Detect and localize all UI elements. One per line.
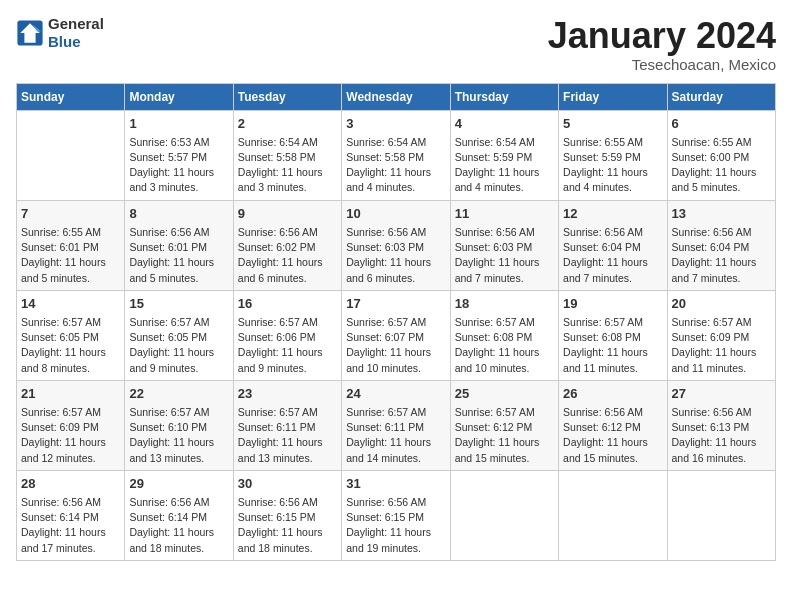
day-number: 6 [672, 115, 771, 133]
day-number: 30 [238, 475, 337, 493]
cell-info: Sunrise: 6:55 AMSunset: 5:59 PMDaylight:… [563, 135, 662, 196]
calendar-cell: 26Sunrise: 6:56 AMSunset: 6:12 PMDayligh… [559, 380, 667, 470]
day-number: 31 [346, 475, 445, 493]
cell-info: Sunrise: 6:56 AMSunset: 6:01 PMDaylight:… [129, 225, 228, 286]
page-header: General Blue January 2024 Tesechoacan, M… [16, 16, 776, 73]
weekday-header-monday: Monday [125, 83, 233, 110]
calendar-cell: 23Sunrise: 6:57 AMSunset: 6:11 PMDayligh… [233, 380, 341, 470]
cell-info: Sunrise: 6:57 AMSunset: 6:07 PMDaylight:… [346, 315, 445, 376]
calendar-header-row: SundayMondayTuesdayWednesdayThursdayFrid… [17, 83, 776, 110]
calendar-cell: 7Sunrise: 6:55 AMSunset: 6:01 PMDaylight… [17, 200, 125, 290]
day-number: 15 [129, 295, 228, 313]
day-number: 18 [455, 295, 554, 313]
logo-icon [16, 19, 44, 47]
cell-info: Sunrise: 6:57 AMSunset: 6:09 PMDaylight:… [21, 405, 120, 466]
calendar-cell: 1Sunrise: 6:53 AMSunset: 5:57 PMDaylight… [125, 110, 233, 200]
cell-info: Sunrise: 6:55 AMSunset: 6:01 PMDaylight:… [21, 225, 120, 286]
weekday-header-thursday: Thursday [450, 83, 558, 110]
calendar-cell: 12Sunrise: 6:56 AMSunset: 6:04 PMDayligh… [559, 200, 667, 290]
day-number: 29 [129, 475, 228, 493]
logo-line2: Blue [48, 33, 104, 50]
calendar-cell: 16Sunrise: 6:57 AMSunset: 6:06 PMDayligh… [233, 290, 341, 380]
cell-info: Sunrise: 6:56 AMSunset: 6:04 PMDaylight:… [563, 225, 662, 286]
cell-info: Sunrise: 6:54 AMSunset: 5:58 PMDaylight:… [238, 135, 337, 196]
calendar-cell: 15Sunrise: 6:57 AMSunset: 6:05 PMDayligh… [125, 290, 233, 380]
calendar-week-row: 1Sunrise: 6:53 AMSunset: 5:57 PMDaylight… [17, 110, 776, 200]
cell-info: Sunrise: 6:57 AMSunset: 6:09 PMDaylight:… [672, 315, 771, 376]
cell-info: Sunrise: 6:54 AMSunset: 5:58 PMDaylight:… [346, 135, 445, 196]
day-number: 5 [563, 115, 662, 133]
calendar-cell: 18Sunrise: 6:57 AMSunset: 6:08 PMDayligh… [450, 290, 558, 380]
day-number: 21 [21, 385, 120, 403]
weekday-header-saturday: Saturday [667, 83, 775, 110]
day-number: 19 [563, 295, 662, 313]
day-number: 11 [455, 205, 554, 223]
calendar-cell: 21Sunrise: 6:57 AMSunset: 6:09 PMDayligh… [17, 380, 125, 470]
weekday-header-tuesday: Tuesday [233, 83, 341, 110]
calendar-cell: 20Sunrise: 6:57 AMSunset: 6:09 PMDayligh… [667, 290, 775, 380]
calendar-cell: 5Sunrise: 6:55 AMSunset: 5:59 PMDaylight… [559, 110, 667, 200]
calendar-cell: 30Sunrise: 6:56 AMSunset: 6:15 PMDayligh… [233, 470, 341, 560]
weekday-header-friday: Friday [559, 83, 667, 110]
day-number: 13 [672, 205, 771, 223]
cell-info: Sunrise: 6:56 AMSunset: 6:15 PMDaylight:… [238, 495, 337, 556]
cell-info: Sunrise: 6:56 AMSunset: 6:14 PMDaylight:… [21, 495, 120, 556]
day-number: 16 [238, 295, 337, 313]
cell-info: Sunrise: 6:56 AMSunset: 6:12 PMDaylight:… [563, 405, 662, 466]
calendar-cell: 22Sunrise: 6:57 AMSunset: 6:10 PMDayligh… [125, 380, 233, 470]
cell-info: Sunrise: 6:57 AMSunset: 6:12 PMDaylight:… [455, 405, 554, 466]
calendar-week-row: 28Sunrise: 6:56 AMSunset: 6:14 PMDayligh… [17, 470, 776, 560]
cell-info: Sunrise: 6:57 AMSunset: 6:11 PMDaylight:… [238, 405, 337, 466]
location-title: Tesechoacan, Mexico [548, 56, 776, 73]
day-number: 9 [238, 205, 337, 223]
calendar-cell: 11Sunrise: 6:56 AMSunset: 6:03 PMDayligh… [450, 200, 558, 290]
weekday-header-sunday: Sunday [17, 83, 125, 110]
calendar-cell: 17Sunrise: 6:57 AMSunset: 6:07 PMDayligh… [342, 290, 450, 380]
cell-info: Sunrise: 6:56 AMSunset: 6:14 PMDaylight:… [129, 495, 228, 556]
calendar-cell: 19Sunrise: 6:57 AMSunset: 6:08 PMDayligh… [559, 290, 667, 380]
day-number: 2 [238, 115, 337, 133]
day-number: 20 [672, 295, 771, 313]
calendar-cell: 2Sunrise: 6:54 AMSunset: 5:58 PMDaylight… [233, 110, 341, 200]
cell-info: Sunrise: 6:57 AMSunset: 6:11 PMDaylight:… [346, 405, 445, 466]
day-number: 24 [346, 385, 445, 403]
cell-info: Sunrise: 6:53 AMSunset: 5:57 PMDaylight:… [129, 135, 228, 196]
cell-info: Sunrise: 6:57 AMSunset: 6:10 PMDaylight:… [129, 405, 228, 466]
cell-info: Sunrise: 6:57 AMSunset: 6:05 PMDaylight:… [129, 315, 228, 376]
calendar-week-row: 21Sunrise: 6:57 AMSunset: 6:09 PMDayligh… [17, 380, 776, 470]
calendar-week-row: 14Sunrise: 6:57 AMSunset: 6:05 PMDayligh… [17, 290, 776, 380]
calendar-cell: 29Sunrise: 6:56 AMSunset: 6:14 PMDayligh… [125, 470, 233, 560]
calendar-cell: 8Sunrise: 6:56 AMSunset: 6:01 PMDaylight… [125, 200, 233, 290]
day-number: 26 [563, 385, 662, 403]
calendar-table: SundayMondayTuesdayWednesdayThursdayFrid… [16, 83, 776, 561]
title-block: January 2024 Tesechoacan, Mexico [548, 16, 776, 73]
day-number: 12 [563, 205, 662, 223]
cell-info: Sunrise: 6:57 AMSunset: 6:08 PMDaylight:… [563, 315, 662, 376]
calendar-cell [17, 110, 125, 200]
day-number: 25 [455, 385, 554, 403]
cell-info: Sunrise: 6:56 AMSunset: 6:02 PMDaylight:… [238, 225, 337, 286]
cell-info: Sunrise: 6:56 AMSunset: 6:13 PMDaylight:… [672, 405, 771, 466]
day-number: 3 [346, 115, 445, 133]
calendar-cell: 10Sunrise: 6:56 AMSunset: 6:03 PMDayligh… [342, 200, 450, 290]
cell-info: Sunrise: 6:56 AMSunset: 6:04 PMDaylight:… [672, 225, 771, 286]
cell-info: Sunrise: 6:57 AMSunset: 6:05 PMDaylight:… [21, 315, 120, 376]
calendar-cell: 28Sunrise: 6:56 AMSunset: 6:14 PMDayligh… [17, 470, 125, 560]
calendar-cell: 25Sunrise: 6:57 AMSunset: 6:12 PMDayligh… [450, 380, 558, 470]
day-number: 4 [455, 115, 554, 133]
calendar-cell: 3Sunrise: 6:54 AMSunset: 5:58 PMDaylight… [342, 110, 450, 200]
cell-info: Sunrise: 6:56 AMSunset: 6:03 PMDaylight:… [455, 225, 554, 286]
calendar-cell: 27Sunrise: 6:56 AMSunset: 6:13 PMDayligh… [667, 380, 775, 470]
calendar-cell: 6Sunrise: 6:55 AMSunset: 6:00 PMDaylight… [667, 110, 775, 200]
calendar-week-row: 7Sunrise: 6:55 AMSunset: 6:01 PMDaylight… [17, 200, 776, 290]
calendar-cell: 14Sunrise: 6:57 AMSunset: 6:05 PMDayligh… [17, 290, 125, 380]
calendar-cell [450, 470, 558, 560]
calendar-cell: 9Sunrise: 6:56 AMSunset: 6:02 PMDaylight… [233, 200, 341, 290]
day-number: 7 [21, 205, 120, 223]
cell-info: Sunrise: 6:57 AMSunset: 6:08 PMDaylight:… [455, 315, 554, 376]
calendar-cell [559, 470, 667, 560]
weekday-header-wednesday: Wednesday [342, 83, 450, 110]
day-number: 23 [238, 385, 337, 403]
cell-info: Sunrise: 6:55 AMSunset: 6:00 PMDaylight:… [672, 135, 771, 196]
cell-info: Sunrise: 6:57 AMSunset: 6:06 PMDaylight:… [238, 315, 337, 376]
